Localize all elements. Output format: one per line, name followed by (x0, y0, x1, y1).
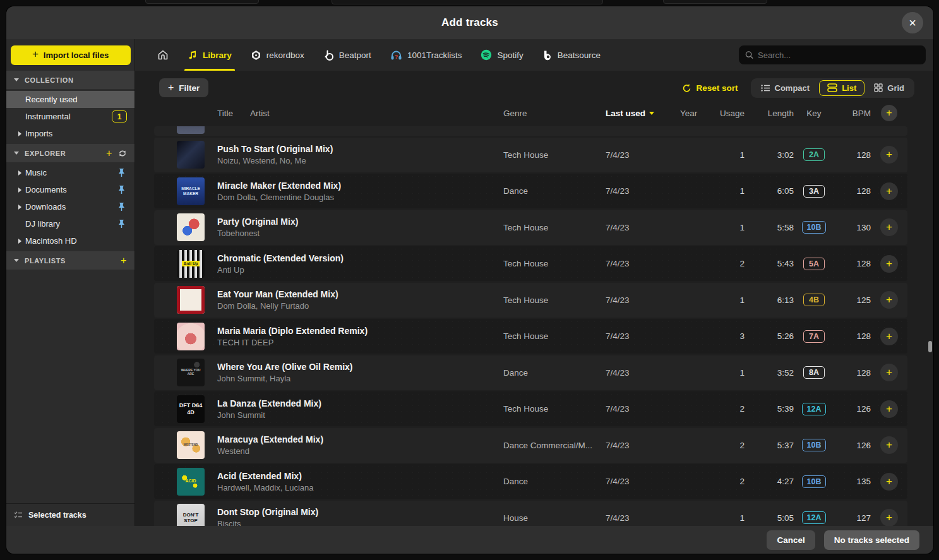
section-header-playlists[interactable]: PLAYLISTS + (6, 251, 135, 270)
scrollbar-thumb[interactable] (928, 341, 932, 352)
track-row[interactable]: WESTENDMaracuya (Extended Mix)WestendDan… (154, 428, 907, 463)
expander-icon[interactable] (15, 131, 24, 136)
import-local-files-button[interactable]: + Import local files (11, 45, 131, 65)
column-title[interactable]: Title (217, 109, 233, 118)
filter-button[interactable]: + Filter (159, 78, 208, 97)
track-key-badge: 12A (802, 403, 827, 415)
search-input[interactable] (758, 51, 919, 60)
add-track-button[interactable]: + (880, 218, 898, 236)
track-row[interactable]: DFT D64 4DLa Danza (Extended Mix)John Su… (154, 391, 907, 426)
reset-sort-button[interactable]: Reset sort (682, 83, 738, 93)
tab-1001tracklists[interactable]: ? 1001Tracklists (382, 39, 470, 71)
add-track-button[interactable]: + (880, 255, 898, 273)
selected-tracks-toggle[interactable]: Selected tracks (6, 503, 135, 526)
track-last-used: 7/4/23 (606, 295, 680, 305)
track-usage: 2 (715, 441, 745, 450)
track-row[interactable]: Party (Original Mix)TobehonestTech House… (154, 210, 907, 245)
expander-icon[interactable] (15, 239, 24, 244)
tab-spotify[interactable]: Spotify (472, 39, 531, 71)
column-last-used[interactable]: Last used (606, 109, 680, 118)
column-usage[interactable]: Usage (715, 109, 745, 118)
sidebar-item-recently-used[interactable]: Recently used (6, 91, 135, 108)
view-list-button[interactable]: List (819, 80, 864, 96)
confirm-button[interactable]: No tracks selected (824, 530, 919, 550)
add-track-button[interactable]: + (880, 328, 898, 345)
track-last-used: 7/4/23 (606, 477, 680, 486)
plus-icon: + (32, 48, 39, 61)
pin-icon[interactable] (117, 202, 126, 211)
column-bpm[interactable]: BPM (834, 109, 871, 118)
track-title: Party (Original Mix) (217, 217, 503, 227)
track-row[interactable]: Eat Your Man (Extended Mix)Dom Dolla, Ne… (154, 283, 907, 318)
expander-icon[interactable] (15, 188, 24, 193)
expander-icon[interactable] (15, 205, 24, 210)
sidebar-item-instrumental[interactable]: Instrumental1 (6, 108, 135, 125)
track-artist: Westend (217, 446, 503, 456)
pin-icon[interactable] (117, 219, 126, 229)
tab-home[interactable] (149, 39, 177, 71)
track-last-used: 7/4/23 (606, 331, 680, 341)
pin-icon[interactable] (117, 185, 126, 194)
add-track-button[interactable]: + (880, 146, 898, 164)
sidebar-item-downloads[interactable]: Downloads (6, 198, 135, 215)
column-genre[interactable]: Genre (503, 109, 606, 118)
track-artist: Dom Dolla, Nelly Furtado (217, 301, 503, 311)
track-row[interactable]: Maria Maria (Diplo Extended Remix)TECH I… (154, 319, 907, 354)
track-genre: Tech House (503, 331, 606, 341)
tab-library[interactable]: Library (179, 39, 240, 71)
section-header-explorer[interactable]: EXPLORER + (6, 144, 135, 162)
add-track-button[interactable]: + (880, 364, 898, 381)
sidebar-item-label: Music (25, 168, 117, 177)
album-art (177, 141, 205, 169)
add-track-button[interactable]: + (880, 400, 898, 418)
add-track-button[interactable]: + (880, 436, 898, 454)
track-usage: 1 (715, 368, 745, 378)
pin-icon[interactable] (117, 168, 126, 177)
sidebar-item-dj-library[interactable]: DJ library (6, 215, 135, 232)
beatsource-icon (542, 50, 553, 61)
track-length: 5:37 (745, 441, 794, 450)
column-year[interactable]: Year (680, 109, 715, 118)
tab-beatsource[interactable]: Beatsource (534, 39, 609, 71)
album-art-text: DFT D64 4D (177, 402, 205, 416)
add-track-button[interactable]: + (880, 509, 898, 526)
expander-icon[interactable] (15, 170, 24, 176)
track-row[interactable]: Push To Start (Original Mix)Noizu, Weste… (154, 138, 907, 172)
add-track-button[interactable]: + (880, 473, 898, 491)
tab-rekordbox[interactable]: rekordbox (242, 39, 313, 71)
album-art: MIRACLE MAKER (177, 177, 205, 205)
sidebar-item-music[interactable]: Music (6, 164, 135, 181)
track-length: 6:13 (745, 295, 794, 305)
section-header-collection[interactable]: COLLECTION (6, 71, 135, 89)
column-length[interactable]: Length (745, 109, 794, 118)
add-playlist-button[interactable]: + (121, 256, 127, 266)
view-grid-button[interactable]: Grid (866, 80, 912, 96)
album-art-text: MIRACLE MAKER (177, 186, 205, 196)
close-button[interactable]: × (902, 12, 923, 33)
track-row[interactable]: ACIDAcid (Extended Mix)Hardwell, Maddix,… (154, 464, 907, 499)
sidebar-item-label: Imports (25, 129, 128, 138)
refresh-icon[interactable] (118, 149, 127, 158)
track-row[interactable]: Anti UpChromatic (Extended Version)Anti … (154, 246, 907, 281)
add-explorer-source-button[interactable]: + (106, 148, 112, 158)
track-row[interactable]: MIRACLE MAKERMiracle Maker (Extended Mix… (154, 174, 907, 208)
add-track-button[interactable]: + (880, 291, 898, 309)
track-row-partial[interactable] (154, 126, 907, 136)
column-artist[interactable]: Artist (250, 109, 270, 118)
track-row[interactable]: DON'T STOPDont Stop (Original Mix)Biscit… (154, 501, 907, 527)
sidebar-item-documents[interactable]: Documents (6, 181, 135, 198)
add-column-button[interactable]: + (881, 105, 897, 121)
view-compact-button[interactable]: Compact (753, 80, 818, 96)
tab-beatport[interactable]: Beatport (315, 39, 380, 71)
column-key[interactable]: Key (794, 109, 834, 118)
track-row[interactable]: WHERE YOU AREWhere You Are (Olive Oil Re… (154, 355, 907, 390)
track-key-badge: 10B (802, 439, 827, 451)
add-track-button[interactable]: + (880, 182, 898, 200)
sidebar-item-imports[interactable]: Imports (6, 125, 135, 142)
sidebar-item-macintosh-hd[interactable]: Macintosh HD (6, 232, 135, 249)
track-artist: John Summit, Hayla (217, 374, 503, 383)
cancel-button[interactable]: Cancel (767, 530, 815, 550)
svg-text:?: ? (395, 54, 398, 60)
track-artist: John Summit (217, 410, 503, 420)
album-art-text: Anti Up (182, 261, 199, 266)
